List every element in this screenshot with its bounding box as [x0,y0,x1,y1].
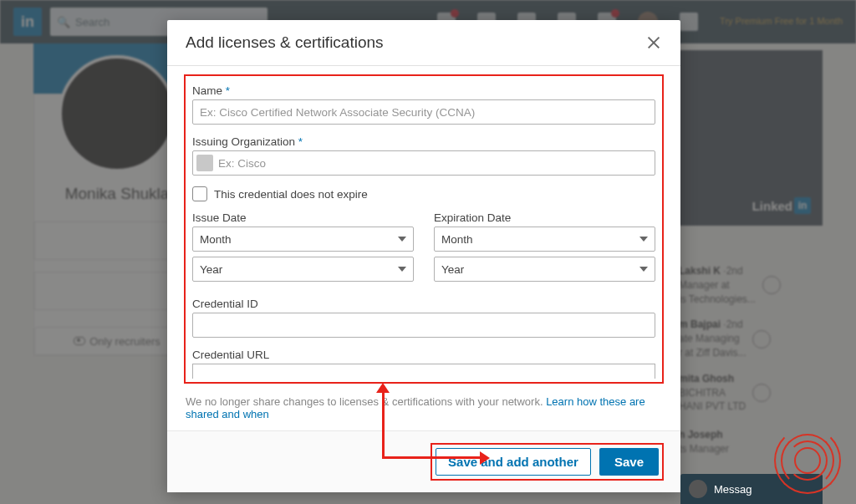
org-input[interactable] [192,150,655,176]
modal-title: Add licenses & certifications [186,33,384,52]
issue-month-select[interactable]: Month [192,227,414,252]
no-expire-checkbox[interactable] [192,186,207,201]
credential-url-label: Credential URL [192,349,655,361]
chevron-down-icon [639,267,648,272]
share-note: We no longer share changes to licenses &… [167,389,680,430]
name-label: Name * [192,84,655,97]
add-cert-modal: Add licenses & certifications Name * Iss… [167,20,680,492]
annotation-arrow-right [382,456,482,459]
messaging-bar[interactable]: Messag [680,474,823,504]
name-input[interactable] [192,99,655,125]
annotation-arrow-up [382,390,385,457]
credential-id-input[interactable] [192,313,655,338]
no-expire-label: This credential does not expire [214,188,368,201]
close-icon[interactable] [645,34,662,51]
issue-year-select[interactable]: Year [192,257,414,282]
chevron-down-icon [398,237,406,242]
annotation-highlight-form: Name * Issuing Organization * This crede… [184,74,664,384]
org-inner-input[interactable] [218,157,651,170]
messaging-label: Messag [714,483,752,496]
chevron-down-icon [398,267,406,272]
issue-date-label: Issue Date [192,211,414,224]
save-add-another-button[interactable]: Save and add another [436,448,591,476]
org-label: Issuing Organization * [192,135,655,148]
expiration-year-select[interactable]: Year [434,257,655,282]
save-button[interactable]: Save [599,448,659,476]
credential-id-label: Credential ID [192,298,655,310]
annotation-highlight-buttons: Save and add another Save [431,443,664,481]
chevron-down-icon [639,237,648,242]
expiration-month-select[interactable]: Month [434,227,655,252]
expiration-date-label: Expiration Date [434,211,655,224]
avatar [689,480,707,498]
company-icon [196,155,213,171]
credential-url-input[interactable] [192,364,655,379]
